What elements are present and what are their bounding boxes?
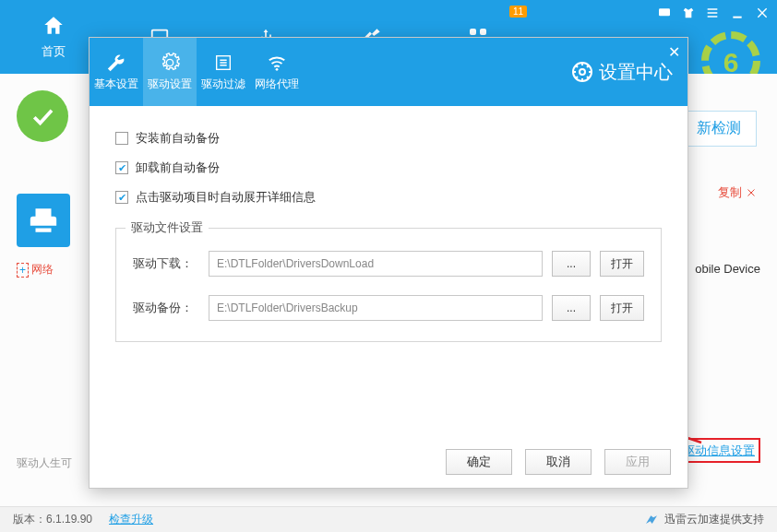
dialog-title-text: 设置中心 xyxy=(599,60,673,85)
plus-icon: + xyxy=(17,263,29,278)
header-right-controls xyxy=(657,6,770,20)
status-bar: 版本：6.1.19.90 检查升级 迅雷云加速提供支持 xyxy=(0,506,777,532)
download-open-button[interactable]: 打开 xyxy=(600,251,644,277)
cancel-button[interactable]: 取消 xyxy=(525,449,592,475)
dialog-tab-basic-label: 基本设置 xyxy=(94,77,138,92)
svg-point-12 xyxy=(580,69,585,75)
svg-rect-2 xyxy=(480,29,486,35)
checkbox-expand-detail[interactable] xyxy=(115,191,128,204)
apply-button[interactable]: 应用 xyxy=(604,449,671,475)
dialog-title: 设置中心 xyxy=(571,38,673,106)
download-path-input[interactable] xyxy=(209,251,543,277)
home-icon xyxy=(42,14,66,38)
driver-file-settings-fieldset: 驱动文件设置 驱动下载： ... 打开 驱动备份： ... 打开 xyxy=(115,228,662,342)
refresh-detect-button[interactable]: 新检测 xyxy=(681,111,757,147)
dialog-header: 基本设置 驱动设置 驱动过滤 网络代理 设置中心 ✕ xyxy=(90,38,687,106)
accel-text: 迅雷云加速提供支持 xyxy=(664,512,764,527)
close-small-icon[interactable] xyxy=(746,187,757,198)
accel-info: 迅雷云加速提供支持 xyxy=(644,512,764,527)
network-config-link[interactable]: + 网络 xyxy=(17,262,54,278)
download-path-row: 驱动下载： ... 打开 xyxy=(133,251,644,277)
mobile-device-text: obile Device xyxy=(695,262,760,276)
backup-path-input[interactable] xyxy=(209,295,543,321)
check-update-link[interactable]: 检查升级 xyxy=(109,512,153,527)
gear-icon xyxy=(160,53,180,73)
backup-open-button[interactable]: 打开 xyxy=(600,295,644,321)
dialog-tab-filter[interactable]: 驱动过滤 xyxy=(197,38,250,106)
settings-dialog: 基本设置 驱动设置 驱动过滤 网络代理 设置中心 ✕ 安装前自动备份 卸载前自动… xyxy=(89,37,688,489)
net-cfg-label: 网络 xyxy=(31,262,54,278)
minimize-icon[interactable] xyxy=(729,6,746,20)
printer-block[interactable] xyxy=(17,194,70,247)
copy-label: 复制 xyxy=(718,184,742,201)
driver-info-settings-link[interactable]: 驱动信息设置 xyxy=(683,443,755,457)
wrench-icon xyxy=(106,53,126,73)
download-path-label: 驱动下载： xyxy=(133,255,199,272)
ok-button[interactable]: 确定 xyxy=(446,449,512,475)
menu-icon[interactable] xyxy=(705,6,720,20)
list-icon xyxy=(213,53,233,73)
shirt-icon[interactable] xyxy=(681,6,696,20)
dialog-footer: 确定 取消 应用 xyxy=(446,449,671,475)
dialog-tab-proxy[interactable]: 网络代理 xyxy=(250,38,304,106)
checkbox-uninstall-backup-label: 卸载前自动备份 xyxy=(136,160,220,176)
dialog-tab-proxy-label: 网络代理 xyxy=(255,77,299,92)
footer-partial-text: 驱动人生可 xyxy=(17,455,72,471)
svg-point-10 xyxy=(276,67,279,70)
wifi-icon xyxy=(267,53,287,73)
apps-badge: 11 xyxy=(509,6,527,18)
status-ok-icon xyxy=(17,90,68,142)
dialog-close-icon[interactable]: ✕ xyxy=(668,43,680,61)
svg-rect-1 xyxy=(470,29,476,35)
copy-link[interactable]: 复制 xyxy=(718,184,757,201)
fieldset-legend: 驱动文件设置 xyxy=(126,219,209,236)
backup-path-label: 驱动备份： xyxy=(133,300,199,316)
printer-icon xyxy=(28,205,59,236)
dialog-body: 安装前自动备份 卸载前自动备份 点击驱动项目时自动展开详细信息 驱动文件设置 驱… xyxy=(90,106,687,342)
version-text: 版本：6.1.19.90 xyxy=(13,512,92,527)
backup-path-row: 驱动备份： ... 打开 xyxy=(133,295,644,321)
driver-info-settings-highlight: 驱动信息设置 xyxy=(677,438,760,463)
message-icon[interactable] xyxy=(657,6,672,20)
tab-home-label: 首页 xyxy=(42,43,66,60)
checkbox-uninstall-backup[interactable] xyxy=(115,161,128,174)
checkbox-install-backup[interactable] xyxy=(115,132,128,145)
checkbox-install-backup-label: 安装前自动备份 xyxy=(136,130,220,147)
download-browse-button[interactable]: ... xyxy=(552,251,591,277)
backup-browse-button[interactable]: ... xyxy=(552,295,591,321)
dialog-tab-driver-label: 驱动设置 xyxy=(148,77,192,92)
checkbox-row-install-backup: 安装前自动备份 xyxy=(115,130,662,147)
dialog-tab-filter-label: 驱动过滤 xyxy=(201,77,245,92)
svg-rect-5 xyxy=(659,8,670,16)
close-icon[interactable] xyxy=(755,6,770,20)
checkbox-row-expand-detail: 点击驱动项目时自动展开详细信息 xyxy=(115,189,662,206)
checkbox-row-uninstall-backup: 卸载前自动备份 xyxy=(115,160,662,176)
checkbox-expand-detail-label: 点击驱动项目时自动展开详细信息 xyxy=(136,189,316,206)
dialog-tab-basic[interactable]: 基本设置 xyxy=(90,38,143,106)
gear-circle-icon xyxy=(571,61,593,83)
dialog-tab-driver[interactable]: 驱动设置 xyxy=(143,38,197,106)
bird-icon xyxy=(644,513,659,527)
